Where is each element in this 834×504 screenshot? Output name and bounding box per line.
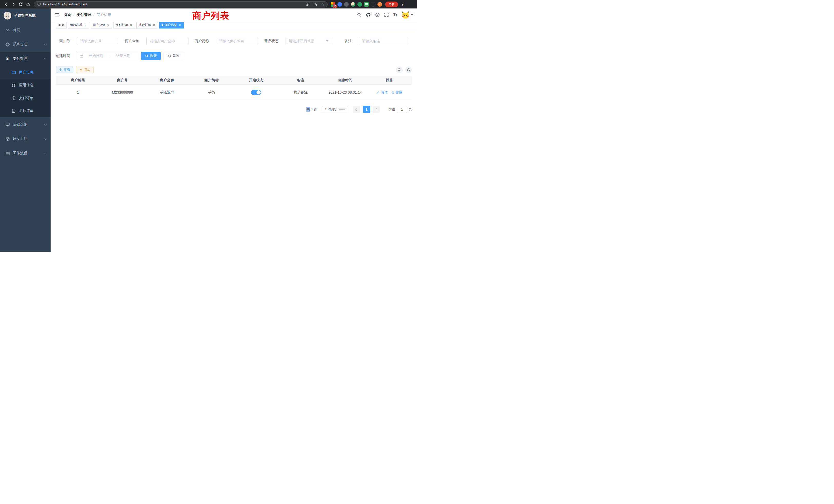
monitor-icon xyxy=(5,122,10,127)
filter-row-1: 商户号 商户全称 商户简称 开启状态 请选择开启状态 xyxy=(50,37,417,45)
extension-icon-4[interactable] xyxy=(351,2,355,7)
tab-label: 支付订单 xyxy=(116,23,128,27)
app-title: 芋道管理系统 xyxy=(14,13,36,18)
password-key-icon[interactable] xyxy=(306,2,310,6)
page-size-select[interactable]: 10条/页 xyxy=(322,106,348,113)
date-range-picker[interactable]: 开始日期 - 结束日期 xyxy=(77,52,138,60)
forward-icon[interactable] xyxy=(10,1,17,8)
merchant-name-input[interactable] xyxy=(146,37,189,45)
merchant-name-label: 商户全称 xyxy=(125,39,139,43)
extension-icon-3[interactable] xyxy=(344,2,349,7)
tab-refund-order[interactable]: 退款订单× xyxy=(136,22,158,28)
sidebar-logo[interactable]: 芋道管理系统 xyxy=(0,8,50,23)
breadcrumb-home[interactable]: 首页 xyxy=(64,13,71,17)
fullscreen-icon[interactable] xyxy=(384,13,389,17)
sidebar-item-home[interactable]: 首页 xyxy=(0,23,50,37)
tab-payment-order[interactable]: 支付订单× xyxy=(113,22,135,28)
add-button[interactable]: 新增 xyxy=(56,66,73,73)
extension-icon-8[interactable] xyxy=(377,2,382,7)
export-button[interactable]: 导出 xyxy=(76,66,94,73)
status-select[interactable]: 请选择开启状态 xyxy=(286,37,331,45)
github-icon[interactable] xyxy=(366,12,371,17)
search-button[interactable]: 搜索 xyxy=(141,52,161,60)
tab-label: 流程表单 xyxy=(70,23,83,27)
sidebar-subitem-payment-order[interactable]: 支付订单 xyxy=(0,92,50,105)
sidebar-subitem-refund-order[interactable]: 退款订单 xyxy=(0,105,50,117)
home-icon[interactable] xyxy=(24,1,31,8)
breadcrumb-payment[interactable]: 支付管理 xyxy=(77,13,91,17)
cell-merchant-no: M233666999 xyxy=(100,90,145,94)
close-icon[interactable]: × xyxy=(129,23,133,27)
date-start-placeholder: 开始日期 xyxy=(84,54,108,58)
table-toolbar: 新增 导出 xyxy=(50,66,417,73)
document-icon xyxy=(11,109,16,113)
close-icon[interactable]: × xyxy=(178,23,181,27)
column-header: 商户全称 xyxy=(145,78,189,83)
close-icon[interactable]: × xyxy=(152,23,156,27)
font-size-icon[interactable]: TT xyxy=(393,13,397,17)
merchant-no-input[interactable] xyxy=(77,37,119,45)
box-icon xyxy=(5,137,10,141)
site-info-icon[interactable] xyxy=(37,2,41,6)
sidebar-item-label: 商户信息 xyxy=(19,70,34,75)
extension-badge: 10 xyxy=(333,5,337,8)
content: 商户号 商户全称 商户简称 开启状态 请选择开启状态 xyxy=(50,29,417,252)
toggle-search-icon[interactable] xyxy=(396,66,403,73)
status-toggle[interactable] xyxy=(251,90,261,95)
page-number-1[interactable]: 1 xyxy=(363,106,370,113)
tab-user-group[interactable]: 用户分组× xyxy=(91,22,112,28)
browser-menu-icon[interactable]: ⋮ xyxy=(400,2,405,7)
back-icon[interactable] xyxy=(3,1,10,8)
cell-full-name: 芋道源码 xyxy=(145,90,189,95)
next-page-button[interactable] xyxy=(373,106,380,113)
bookmark-star-icon[interactable]: ☆ xyxy=(321,3,324,6)
extension-icon-6[interactable] xyxy=(364,2,369,7)
browser-update-button[interactable]: 更新 xyxy=(385,2,398,7)
remark-input[interactable] xyxy=(359,37,408,45)
sidebar-item-workflow[interactable]: 工作流程 xyxy=(0,146,50,160)
sidebar-item-infrastructure[interactable]: 基础设施 xyxy=(0,117,50,132)
close-icon[interactable]: × xyxy=(107,23,110,27)
share-icon[interactable] xyxy=(313,2,317,6)
goto-page-input[interactable] xyxy=(397,106,407,113)
tab-home[interactable]: 首页 xyxy=(56,22,66,28)
cell-merchant-id: 1 xyxy=(56,90,100,94)
sidebar-item-dev-tools[interactable]: 研发工具 xyxy=(0,132,50,146)
hamburger-icon[interactable] xyxy=(55,12,60,18)
date-separator: - xyxy=(108,54,111,58)
user-avatar[interactable] xyxy=(401,11,413,19)
tab-merchant-info[interactable]: 商户信息× xyxy=(159,22,184,28)
grid-icon xyxy=(11,83,16,87)
chevron-down-icon xyxy=(44,152,47,154)
extension-icon-7[interactable] xyxy=(371,2,375,7)
total-count: 1 xyxy=(311,107,313,111)
chevron-up-icon xyxy=(43,58,46,60)
extension-icon-5[interactable] xyxy=(357,2,362,7)
prev-page-button[interactable] xyxy=(353,106,360,113)
edit-button[interactable]: 修改 xyxy=(377,90,388,95)
sidebar-item-payment-management[interactable]: ¥ 支付管理 xyxy=(0,51,50,66)
search-icon[interactable] xyxy=(357,13,361,17)
refresh-icon[interactable] xyxy=(405,66,412,73)
add-button-label: 新增 xyxy=(64,68,70,72)
merchant-short-input[interactable] xyxy=(216,37,258,45)
toggle-knob xyxy=(257,90,261,94)
sidebar-subitem-app-info[interactable]: 应用信息 xyxy=(0,79,50,92)
help-icon[interactable]: ? xyxy=(375,13,380,17)
extension-icon-2[interactable] xyxy=(337,2,342,7)
sidebar-subitem-merchant-info[interactable]: 商户信息 xyxy=(0,66,50,79)
table-header-row: 商户编号 商户号 商户全称 商户简称 开启状态 备注 创建时间 操作 xyxy=(56,76,412,85)
tab-process-form[interactable]: 流程表单× xyxy=(68,22,89,28)
yen-icon: ¥ xyxy=(5,57,10,61)
caret-down-icon xyxy=(411,14,413,16)
avatar-image xyxy=(401,11,409,19)
page-annotation: 商户列表 xyxy=(192,10,229,22)
delete-button[interactable]: 删除 xyxy=(391,90,402,95)
close-icon[interactable]: × xyxy=(84,23,87,27)
sidebar-item-system-management[interactable]: 系统管理 xyxy=(0,37,50,51)
sidebar-item-label: 首页 xyxy=(13,28,20,32)
reload-icon[interactable] xyxy=(17,1,24,8)
extension-icon-1[interactable]: 10 xyxy=(331,2,335,7)
reset-button[interactable]: 重置 xyxy=(163,52,183,60)
address-bar[interactable]: localhost:1024/pay/merchant ☆ xyxy=(34,1,328,7)
